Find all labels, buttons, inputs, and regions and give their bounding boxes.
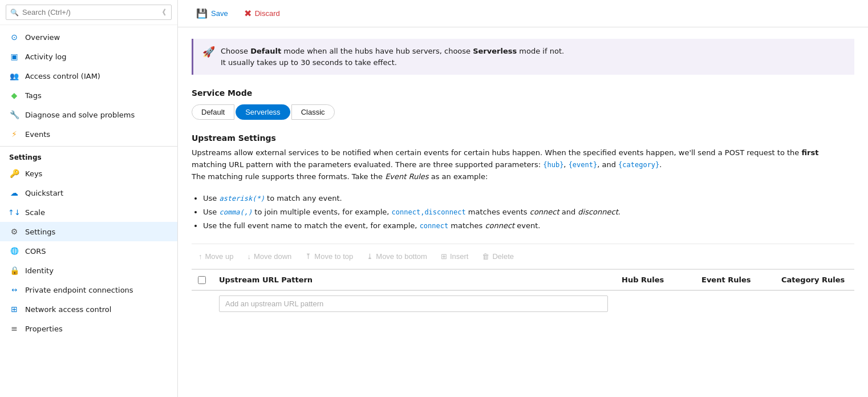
- search-input[interactable]: [6, 5, 172, 20]
- sidebar-item-keys[interactable]: 🔑 Keys: [0, 164, 177, 183]
- save-button[interactable]: 💾 Save: [189, 5, 235, 22]
- banner-default-bold: Default: [250, 47, 281, 55]
- sidebar-item-events[interactable]: ⚡ Events: [0, 124, 177, 144]
- move-down-arrow-icon: ↓: [247, 252, 251, 261]
- sidebar-item-diagnose[interactable]: 🔧 Diagnose and solve problems: [0, 105, 177, 124]
- save-icon: 💾: [196, 8, 208, 19]
- sidebar-item-cors[interactable]: 🌐 CORS: [0, 241, 177, 261]
- move-to-bottom-icon: ⤓: [367, 252, 373, 261]
- sidebar-item-label: Tags: [25, 91, 42, 100]
- banner-text-after: mode if not.: [517, 47, 564, 55]
- sidebar-search-area: 🔍 《: [0, 0, 177, 25]
- period1: .: [659, 160, 662, 169]
- collapse-sidebar-button[interactable]: 《: [159, 7, 166, 18]
- sidebar-item-activity-log[interactable]: ▣ Activity log: [0, 47, 177, 66]
- asterisk-code: asterisk(*): [219, 195, 264, 202]
- rocket-icon: 🚀: [202, 46, 215, 58]
- move-down-label: Move down: [254, 252, 291, 261]
- move-to-bottom-button[interactable]: ⤓ Move to bottom: [360, 249, 434, 264]
- discard-button[interactable]: ✖ Discard: [237, 5, 287, 22]
- banner-text: Choose Default mode when all the hubs ha…: [221, 46, 564, 68]
- sidebar-item-label: Keys: [25, 169, 42, 178]
- url-input-cell: [212, 291, 615, 317]
- sidebar-item-label: Scale: [25, 208, 45, 217]
- table-header: Upstream URL Pattern Hub Rules Event Rul…: [192, 270, 854, 291]
- upstream-description: Upstreams allow external services to be …: [192, 147, 854, 183]
- bullet-item-3: Use the full event name to match the eve…: [203, 219, 854, 233]
- discard-label: Discard: [255, 9, 280, 18]
- sidebar-item-overview[interactable]: ⊙ Overview: [0, 27, 177, 47]
- event-rules-cell: [695, 291, 774, 317]
- upstream-desc-3: The matching rule supports three formats…: [192, 172, 385, 181]
- properties-icon: ≡: [9, 323, 19, 334]
- diagnose-icon: 🔧: [9, 110, 19, 120]
- cors-icon: 🌐: [9, 246, 19, 256]
- select-all-checkbox[interactable]: [198, 276, 206, 284]
- mode-serverless-button[interactable]: Serverless: [236, 104, 290, 120]
- sidebar-item-label: Quickstart: [25, 189, 63, 197]
- sidebar-item-label: Properties: [25, 325, 63, 333]
- sidebar-item-label: Diagnose and solve problems: [25, 111, 135, 119]
- mode-default-button[interactable]: Default: [192, 104, 234, 120]
- upstream-table: Upstream URL Pattern Hub Rules Event Rul…: [192, 269, 854, 317]
- overview-icon: ⊙: [9, 32, 19, 42]
- private-endpoint-icon: ↔: [9, 285, 19, 295]
- sidebar-item-identity[interactable]: 🔒 Identity: [0, 261, 177, 280]
- info-banner: 🚀 Choose Default mode when all the hubs …: [192, 39, 854, 75]
- url-input-row: [192, 291, 854, 317]
- delete-label: Delete: [492, 252, 514, 261]
- sidebar-item-network-access[interactable]: ⊞ Network access control: [0, 299, 177, 319]
- activity-log-icon: ▣: [9, 51, 19, 62]
- service-mode-label: Service Mode: [192, 88, 854, 98]
- th-url-pattern: Upstream URL Pattern: [212, 270, 615, 290]
- discard-icon: ✖: [244, 8, 252, 19]
- sidebar-item-scale[interactable]: ↑↓ Scale: [0, 202, 177, 222]
- move-down-button[interactable]: ↓ Move down: [240, 249, 298, 264]
- sidebar-nav: ⊙ Overview ▣ Activity log 👥 Access contr…: [0, 25, 177, 397]
- sidebar-item-private-endpoint[interactable]: ↔ Private endpoint connections: [0, 280, 177, 299]
- move-up-label: Move up: [205, 252, 234, 261]
- move-to-top-button[interactable]: ⤒ Move to top: [298, 249, 360, 264]
- banner-serverless-bold: Serverless: [473, 47, 517, 55]
- sidebar-item-label: Overview: [25, 33, 60, 42]
- mode-classic-button[interactable]: Classic: [291, 104, 335, 120]
- sidebar-item-quickstart[interactable]: ☁ Quickstart: [0, 183, 177, 202]
- sidebar-item-settings[interactable]: ⚙ Settings: [0, 222, 177, 241]
- connect-italic-2: connect: [485, 221, 514, 230]
- th-hub-rules: Hub Rules: [615, 270, 695, 290]
- delete-button[interactable]: 🗑 Delete: [475, 249, 521, 264]
- network-access-icon: ⊞: [9, 304, 19, 314]
- connect-code: connect: [420, 222, 449, 230]
- toolbar: 💾 Save ✖ Discard: [178, 0, 868, 27]
- sidebar-item-label: Network access control: [25, 305, 111, 314]
- action-bar: ↑ Move up ↓ Move down ⤒ Move to top ⤓ Mo…: [192, 244, 854, 269]
- sidebar-item-tags[interactable]: ◆ Tags: [0, 86, 177, 105]
- move-to-top-label: Move to top: [314, 252, 353, 261]
- scale-icon: ↑↓: [9, 207, 19, 217]
- sidebar-item-access-control[interactable]: 👥 Access control (IAM): [0, 66, 177, 86]
- page-content: 🚀 Choose Default mode when all the hubs …: [178, 27, 868, 397]
- move-to-top-icon: ⤒: [305, 252, 311, 261]
- move-up-button[interactable]: ↑ Move up: [192, 249, 240, 264]
- event-rules-italic: Event Rules: [385, 172, 428, 181]
- insert-label: Insert: [450, 252, 469, 261]
- upstream-desc-4: as an example:: [429, 172, 488, 181]
- upstream-desc-2: matching URL pattern with the parameters…: [192, 160, 543, 169]
- quickstart-icon: ☁: [9, 188, 19, 198]
- insert-icon: ⊞: [441, 252, 447, 261]
- banner-line1: Choose Default mode when all the hubs ha…: [221, 46, 564, 57]
- upstream-settings-title: Upstream Settings: [192, 133, 854, 143]
- upstream-first-bold: first: [801, 148, 818, 157]
- connect-disconnect-code: connect,disconnect: [392, 208, 466, 216]
- th-category-rules: Category Rules: [774, 270, 854, 290]
- comma-code: comma(,): [219, 208, 252, 216]
- sidebar-item-properties[interactable]: ≡ Properties: [0, 319, 177, 338]
- sidebar-item-label: Private endpoint connections: [25, 286, 133, 294]
- url-pattern-input[interactable]: [219, 295, 608, 312]
- tags-icon: ◆: [9, 90, 19, 100]
- identity-icon: 🔒: [9, 265, 19, 276]
- move-to-bottom-label: Move to bottom: [376, 252, 427, 261]
- delete-icon: 🗑: [482, 252, 489, 261]
- insert-button[interactable]: ⊞ Insert: [434, 249, 476, 264]
- hub-code: {hub}: [543, 161, 563, 169]
